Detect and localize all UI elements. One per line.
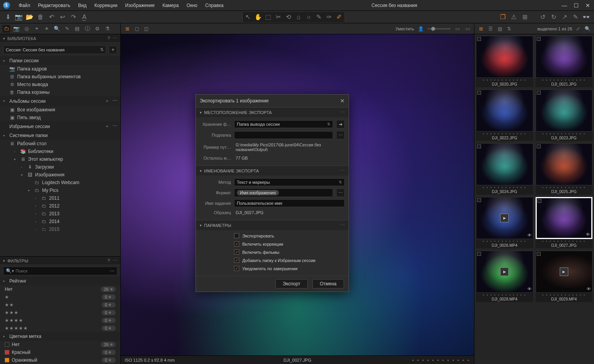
menu-edit[interactable]: Редактировать — [34, 1, 74, 10]
pointer-icon[interactable]: ↖ — [243, 12, 253, 22]
mask-icon[interactable]: ✐ — [335, 12, 344, 22]
help-icon[interactable]: ? — [108, 258, 110, 263]
tab-details-icon[interactable]: 🔍 — [53, 25, 61, 33]
thumb-rating-dots[interactable]: • • • • • • • • • • • • — [542, 294, 585, 297]
menu-corrections[interactable]: Коррекции — [90, 1, 121, 10]
thumb-rating-dots[interactable]: • • • • • • • • • • • • — [483, 240, 526, 243]
method-selector[interactable]: Текст и маркеры⇅ — [234, 178, 345, 186]
add-favorite-icon[interactable]: ＋ — [105, 123, 109, 130]
browser-grid-icon[interactable]: ⊞ — [478, 25, 485, 32]
browser-list-icon[interactable]: ☰ — [487, 25, 494, 32]
session-folders-header[interactable]: ▾Папки сессии — [0, 56, 120, 65]
thumb-checkbox[interactable] — [477, 144, 481, 148]
auto-adjust-icon[interactable]: A̲ — [79, 12, 89, 22]
thumbnail[interactable]: ▶👁• • • • • • • • • • • •DJI_0028.MP4 — [476, 251, 533, 302]
copies-icon[interactable]: ❐ — [498, 12, 508, 22]
job-name-input[interactable]: Пользовательское имя — [234, 199, 345, 207]
picker-icon[interactable]: ✑ — [324, 12, 334, 22]
chk-notify[interactable] — [234, 266, 239, 271]
tab-capture-icon[interactable]: 📷 — [12, 25, 20, 33]
thumbnail[interactable]: • • • • • • • • • • • •DJI_0020.JPG — [476, 36, 533, 87]
mypics-folder[interactable]: ▾🗀My Pics — [0, 186, 120, 194]
dialog-title[interactable]: Экспортировать 1 изображение ✕ — [196, 95, 349, 107]
rating-header[interactable]: ▾Рейтинг — [0, 277, 120, 285]
thumb-rating-dots[interactable]: • • • • • • • • • • • • — [483, 79, 526, 82]
thumb-checkbox[interactable] — [537, 91, 541, 95]
menu-window[interactable]: Окно — [183, 1, 201, 10]
menu-view[interactable]: Вид — [74, 1, 90, 10]
thumbnail[interactable]: 👁• • • • • • • • • • • •DJI_0027.JPG — [536, 197, 593, 248]
thumbnail[interactable]: • • • • • • • • • • • •DJI_0025.JPG — [536, 143, 593, 195]
thumb-checkbox[interactable] — [477, 252, 481, 256]
thumb-rating-dots[interactable]: • • • • • • • • • • • • — [542, 132, 585, 135]
five-stars-album[interactable]: ▣Пять звезд — [0, 114, 120, 121]
rating-4[interactable]: ★★★★0 — [0, 317, 120, 324]
more-icon[interactable]: ⋯ — [113, 258, 117, 263]
edit-icon[interactable]: ✎ — [571, 12, 580, 22]
search-input[interactable]: 🔍▾ ⋯ — [3, 267, 117, 275]
browser-sort-icon[interactable]: ⇅ — [506, 25, 513, 32]
tab-info-icon[interactable]: ⓘ — [83, 25, 91, 33]
grid-icon[interactable]: ⊞ — [520, 12, 529, 22]
warning-icon[interactable]: ⚠ — [509, 12, 518, 22]
dialog-close-icon[interactable]: ✕ — [340, 98, 345, 104]
browser-expand-icon[interactable]: ⤢ — [575, 25, 582, 32]
thumb-checkbox[interactable] — [537, 37, 541, 41]
chk-export[interactable] — [234, 233, 239, 238]
thumb-rating-dots[interactable]: • • • • • • • • • • • • — [542, 240, 585, 243]
redo-icon[interactable]: ↷ — [69, 12, 78, 22]
year-2015-folder[interactable]: ›🗀2015 — [0, 225, 120, 233]
tab-lens-icon[interactable]: ◎ — [23, 25, 30, 33]
images-folder[interactable]: ▾🖼Изображения — [0, 171, 120, 179]
rotate-left-icon[interactable]: ↺ — [538, 12, 547, 22]
rating-5[interactable]: ★★★★★0 — [0, 324, 120, 332]
redo-back-icon[interactable]: ↩ — [58, 12, 67, 22]
add-album-icon[interactable]: ＋ — [105, 98, 109, 104]
session-albums-header[interactable]: ▾Альбомы сессии＋⋯ — [0, 96, 120, 106]
color-red[interactable]: Красный0 — [0, 348, 120, 356]
captures-folder[interactable]: 📷Папка кадров — [0, 65, 120, 73]
trash-folder[interactable]: 🗑Папка корзины — [0, 88, 120, 96]
thumbnail[interactable]: ▶👁• • • • • • • • • • • •DJI_0029.MP4 — [536, 251, 593, 302]
year-2011-folder[interactable]: ›🗀2011 — [0, 194, 120, 202]
thumbnail[interactable]: ▶👁• • • • • • • • • • • •DJI_0026.MP4 — [476, 197, 533, 248]
session-selector[interactable]: Сессия: Сессия без названия⇅ — [3, 45, 106, 54]
hand-icon[interactable]: ✋ — [254, 12, 263, 22]
rating-1[interactable]: ★0 — [0, 293, 120, 301]
search-more-icon[interactable]: ⋯ — [110, 268, 115, 274]
rating-dots[interactable]: • • • • • • • • • • • • — [412, 358, 470, 362]
thumb-checkbox[interactable] — [537, 144, 541, 148]
favorites-header[interactable]: Избранные сессии＋⋯ — [0, 121, 120, 131]
color-label-header[interactable]: ▾Цветная метка — [0, 332, 120, 341]
thumb-checkbox[interactable] — [537, 252, 541, 256]
chk-movies[interactable] — [234, 250, 239, 255]
search-field[interactable] — [16, 269, 110, 273]
thumb-checkbox[interactable] — [538, 199, 541, 203]
window-minimize-icon[interactable]: — — [561, 2, 568, 9]
glasses-icon[interactable]: 👓 — [582, 12, 591, 22]
year-2014-folder[interactable]: ›🗀2014 — [0, 218, 120, 225]
export-button[interactable]: Экспорт — [275, 279, 308, 288]
year-2012-folder[interactable]: ›🗀2012 — [0, 202, 120, 210]
open-folder-icon[interactable]: 📂 — [25, 12, 34, 22]
system-folders-header[interactable]: ▾Системные папки — [0, 131, 120, 140]
menu-camera[interactable]: Камера — [159, 1, 183, 10]
spot-icon[interactable]: ○ — [304, 12, 314, 22]
format-browse-button[interactable]: ⋯ — [336, 188, 345, 197]
all-images-album[interactable]: ▣Все изображения — [0, 106, 120, 114]
thumbnail[interactable]: • • • • • • • • • • • •DJI_0022.JPG — [476, 90, 533, 141]
thumb-rating-dots[interactable]: • • • • • • • • • • • • — [483, 132, 526, 135]
browser-film-icon[interactable]: ▤ — [496, 25, 503, 32]
thumbnail[interactable]: • • • • • • • • • • • •DJI_0023.JPG — [536, 90, 593, 141]
import-icon[interactable]: ⬇ — [3, 12, 12, 22]
thumb-checkbox[interactable] — [477, 37, 481, 41]
rotate-right-icon[interactable]: ↻ — [549, 12, 558, 22]
menu-file[interactable]: Файл — [15, 1, 34, 10]
desktop-folder[interactable]: 🖥Рабочий стол — [0, 140, 120, 148]
view-grid-icon[interactable]: ⊞ — [124, 25, 131, 32]
format-input[interactable]: Имя изображения — [234, 188, 333, 197]
thumb-rating-dots[interactable]: • • • • • • • • • • • • — [542, 79, 585, 82]
subfolder-input[interactable] — [234, 131, 333, 139]
logitech-folder[interactable]: 🗀Logitech Webcam — [0, 179, 120, 186]
store-files-selector[interactable]: Папка вывода сессии⇅ — [234, 120, 333, 128]
